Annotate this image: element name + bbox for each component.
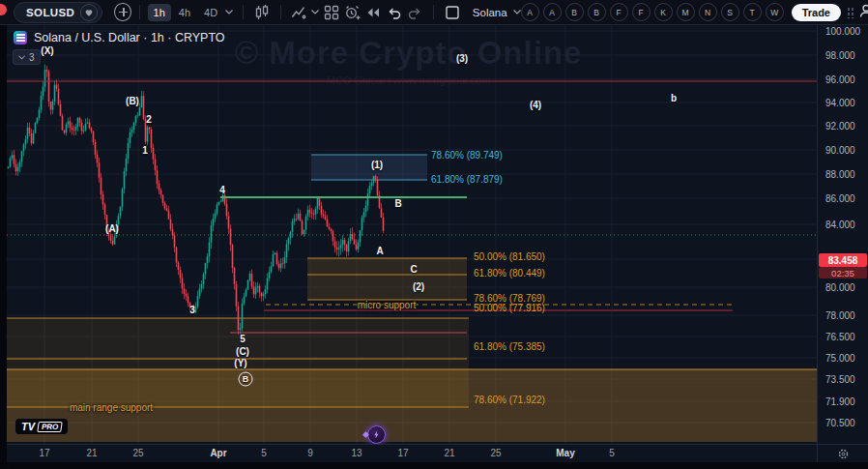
alert-badge-a[interactable]: A bbox=[543, 3, 562, 21]
price-tick: 90.000 bbox=[825, 145, 855, 156]
alert-badge-f[interactable]: F bbox=[610, 3, 628, 21]
watchlist-heart-icon[interactable] bbox=[80, 4, 98, 21]
alert-badge-t[interactable]: T bbox=[743, 3, 762, 21]
solana-logo-icon bbox=[14, 31, 27, 44]
time-tick: 5 bbox=[261, 448, 267, 458]
window-close-dot[interactable] bbox=[0, 4, 7, 15]
wave-label: (1) bbox=[371, 160, 383, 170]
layout-chevron-down-icon bbox=[513, 10, 521, 15]
assistant-widget-button[interactable] bbox=[367, 425, 386, 444]
wave-label: 2 bbox=[146, 114, 152, 125]
time-tick: 9 bbox=[307, 448, 313, 458]
top-toolbar: SOLUSD 1h4h4D bbox=[0, 0, 868, 25]
time-tick: 5 bbox=[609, 448, 615, 458]
wave-label: 4 bbox=[219, 185, 225, 195]
alert-badge-s[interactable]: S bbox=[721, 3, 739, 21]
trade-button[interactable]: Trade bbox=[792, 4, 841, 21]
alert-badge-a[interactable]: A bbox=[521, 3, 539, 21]
alert-clock-icon[interactable] bbox=[342, 2, 363, 23]
time-tick: 17 bbox=[39, 448, 49, 458]
toolbar-separator bbox=[280, 5, 281, 19]
price-tick: 88.000 bbox=[825, 169, 855, 180]
alert-badge-f[interactable]: F bbox=[632, 3, 651, 21]
fib-level-label: 50.00% (81.650) bbox=[474, 251, 545, 262]
time-tick: 21 bbox=[86, 448, 97, 458]
alert-badge-m[interactable]: M bbox=[677, 3, 695, 21]
time-tick: May bbox=[556, 448, 574, 458]
time-tick: Apr bbox=[210, 448, 226, 458]
wave-label: (4) bbox=[530, 100, 541, 110]
legend-collapse-toggle[interactable]: 3 bbox=[13, 49, 41, 65]
wave-label: (2) bbox=[413, 281, 424, 292]
time-tick: 13 bbox=[351, 448, 362, 458]
alert-badge-b[interactable]: B bbox=[588, 3, 606, 21]
timeframe-4D[interactable]: 4D bbox=[198, 4, 223, 21]
bar-countdown: 02:35 bbox=[819, 267, 867, 278]
fib-level-label: 61.80% (80.449) bbox=[474, 268, 545, 278]
undo-icon[interactable] bbox=[384, 2, 405, 23]
legend-indicator-count: 3 bbox=[29, 52, 35, 63]
candle-style-icon[interactable] bbox=[251, 2, 273, 23]
chart-legend-header[interactable]: Solana / U.S. Dollar · 1h · CRYPTO bbox=[14, 31, 225, 44]
wave-label: 3 bbox=[189, 305, 195, 315]
alert-badge-n[interactable]: N bbox=[699, 3, 717, 21]
window-bottom-edge bbox=[0, 462, 868, 469]
legend-chevron-down-icon bbox=[18, 55, 25, 60]
fib-level-label: 61.80% (75.385) bbox=[474, 341, 545, 352]
alert-badge-b[interactable]: B bbox=[565, 3, 584, 21]
price-tick: 76.500 bbox=[825, 332, 855, 342]
timeframe-chevron-down-icon[interactable] bbox=[225, 10, 233, 15]
price-tick: 70.500 bbox=[825, 418, 855, 428]
alert-badge-k[interactable]: K bbox=[654, 3, 673, 21]
add-symbol-button[interactable] bbox=[114, 3, 130, 21]
wave-label: (X) bbox=[41, 45, 53, 56]
timeframe-4h[interactable]: 4h bbox=[173, 4, 196, 21]
layout-name: Solana bbox=[473, 7, 507, 18]
time-tick: 21 bbox=[444, 448, 454, 458]
wave-label: C bbox=[410, 264, 417, 275]
time-axis[interactable]: 172125Apr5913172125May5 bbox=[0, 444, 817, 462]
layout-grid-icon[interactable] bbox=[321, 2, 342, 23]
gear-icon bbox=[837, 448, 850, 460]
replay-icon[interactable] bbox=[362, 2, 384, 23]
micro-support-line-label: micro support bbox=[358, 300, 417, 310]
toolbar-separator bbox=[243, 5, 244, 19]
price-tick: 92.000 bbox=[825, 121, 855, 132]
price-axis[interactable]: 83.458 02:35 100.00098.00096.00094.00092… bbox=[817, 25, 868, 444]
wave-label: (B) bbox=[126, 96, 139, 106]
drag-handle-icon[interactable] bbox=[847, 7, 854, 18]
tradingview-logo[interactable]: TV PRO bbox=[15, 419, 68, 434]
price-tick: 73.500 bbox=[825, 374, 855, 385]
main-range-support-line-label: main range support bbox=[70, 402, 153, 413]
price-tick: 94.000 bbox=[825, 98, 855, 108]
axis-settings-corner[interactable] bbox=[817, 444, 868, 462]
layout-select[interactable]: Solana bbox=[473, 7, 521, 18]
lightning-bolt-icon bbox=[371, 429, 382, 440]
user-profile-icon[interactable]: 1 bbox=[857, 2, 868, 23]
symbol-search-button[interactable]: SOLUSD bbox=[14, 2, 102, 23]
wave-label: 1 bbox=[142, 145, 148, 156]
wave-label: (3) bbox=[456, 53, 468, 64]
sparkle-icon bbox=[362, 431, 369, 438]
wave-label: (A) bbox=[105, 223, 119, 234]
wave-label: B bbox=[394, 198, 401, 209]
timeframe-1h[interactable]: 1h bbox=[148, 4, 171, 21]
price-tick: 96.000 bbox=[825, 74, 855, 85]
fib-level-label: 78.60% (78.769) bbox=[474, 293, 545, 304]
redo-icon[interactable] bbox=[405, 2, 426, 23]
chart-canvas[interactable] bbox=[0, 0, 868, 469]
indicators-chevron-down-icon[interactable] bbox=[311, 10, 319, 15]
price-tick: 78.000 bbox=[825, 310, 855, 321]
snapshot-square-icon[interactable] bbox=[442, 2, 463, 23]
alert-badge-w[interactable]: W bbox=[766, 3, 784, 21]
last-price-badge: 83.458 bbox=[819, 253, 867, 267]
wave-label: B bbox=[239, 372, 253, 387]
fib-level-label: 50.00% (77.916) bbox=[474, 303, 545, 313]
fib-level-label: 61.80% (87.879) bbox=[431, 174, 503, 185]
toolbar-separator bbox=[433, 5, 434, 19]
indicators-icon[interactable] bbox=[289, 2, 310, 23]
wave-label: (C) bbox=[236, 346, 249, 357]
wave-label: (Y) bbox=[234, 358, 246, 368]
price-tick: 98.000 bbox=[825, 50, 855, 61]
time-tick: 25 bbox=[132, 448, 143, 458]
